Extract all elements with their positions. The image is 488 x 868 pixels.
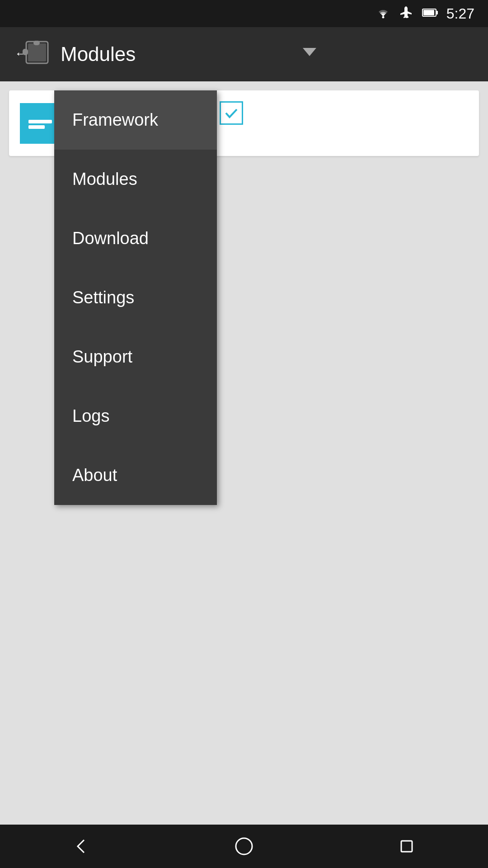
module-enabled-checkbox[interactable] xyxy=(220,101,243,125)
menu-item-modules[interactable]: Modules xyxy=(54,150,217,209)
recents-button[interactable] xyxy=(361,825,452,868)
airplane-icon xyxy=(399,5,414,22)
dropdown-menu: Framework Modules Download Settings Supp… xyxy=(54,90,217,505)
svg-rect-6 xyxy=(28,43,46,61)
wifi-icon xyxy=(375,6,391,21)
svg-marker-9 xyxy=(303,48,316,56)
svg-rect-8 xyxy=(23,49,28,55)
status-icons: 5:27 xyxy=(375,5,474,22)
menu-item-about[interactable]: About xyxy=(54,446,217,505)
svg-rect-13 xyxy=(401,841,412,852)
status-bar: 5:27 xyxy=(0,0,488,27)
main-content: ification Ticker 1.0 ion ticker on lolli… xyxy=(0,90,488,834)
battery-icon xyxy=(422,8,438,19)
status-time: 5:27 xyxy=(446,5,474,22)
menu-item-logs[interactable]: Logs xyxy=(54,387,217,446)
back-button[interactable] xyxy=(36,825,127,868)
bottom-nav xyxy=(0,825,488,868)
svg-rect-7 xyxy=(33,41,40,45)
svg-rect-2 xyxy=(436,11,438,14)
app-logo: ← xyxy=(14,36,50,72)
dropdown-arrow-icon xyxy=(303,48,316,61)
menu-item-support[interactable]: Support xyxy=(54,327,217,387)
home-button[interactable] xyxy=(199,825,289,868)
svg-point-0 xyxy=(382,16,384,19)
svg-point-12 xyxy=(236,838,252,854)
menu-item-settings[interactable]: Settings xyxy=(54,268,217,327)
app-title: Modules xyxy=(61,43,136,66)
app-bar: ← Modules xyxy=(0,27,488,81)
menu-item-framework[interactable]: Framework xyxy=(54,90,217,150)
svg-rect-3 xyxy=(423,10,434,15)
menu-item-download[interactable]: Download xyxy=(54,209,217,268)
svg-rect-10 xyxy=(28,120,52,123)
svg-rect-11 xyxy=(28,125,45,129)
